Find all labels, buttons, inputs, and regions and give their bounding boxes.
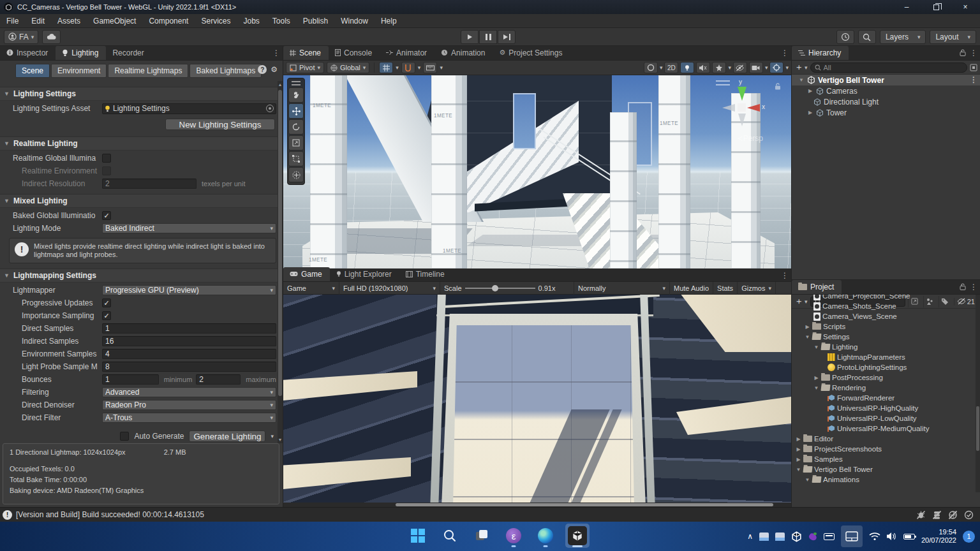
- collab-disabled-icon[interactable]: [948, 510, 958, 520]
- create-button[interactable]: ＋▾: [794, 62, 808, 73]
- component-tools-button[interactable]: [769, 62, 783, 73]
- new-lighting-settings-button[interactable]: New Lighting Settings: [165, 119, 275, 130]
- tab-hierarchy[interactable]: Hierarchy: [792, 46, 849, 60]
- tab-inspector[interactable]: Inspector: [0, 46, 56, 60]
- notification-badge[interactable]: 1: [963, 531, 975, 543]
- menu-window[interactable]: Window: [334, 14, 375, 27]
- foldout-arrow-icon[interactable]: ▼: [798, 77, 805, 83]
- menu-help[interactable]: Help: [375, 14, 403, 27]
- tray-app-icon[interactable]: [775, 533, 785, 541]
- project-scrollbar[interactable]: [976, 295, 980, 492]
- overlay-drag-handle[interactable]: [716, 80, 730, 85]
- view-lock-icon[interactable]: [775, 83, 781, 90]
- picker-icon[interactable]: [970, 64, 977, 71]
- project-item[interactable]: ForwardRenderer: [792, 393, 976, 403]
- chevron-down-icon[interactable]: ▾: [785, 64, 789, 71]
- tab-animator[interactable]: Animator: [380, 46, 434, 60]
- chevron-down-icon[interactable]: ▾: [765, 64, 768, 71]
- subtab-environment[interactable]: Environment: [51, 64, 107, 78]
- filtering-dropdown[interactable]: Advanced▾: [102, 387, 276, 397]
- play-mode-dropdown[interactable]: Normally▾: [574, 282, 670, 295]
- pause-button[interactable]: [479, 30, 497, 44]
- battery-icon[interactable]: [903, 534, 915, 540]
- project-item[interactable]: ▶ProjectScreenshoots: [792, 444, 976, 454]
- direct-denoiser-dropdown[interactable]: Radeon Pro▾: [102, 400, 276, 410]
- transform-tool-button[interactable]: [288, 167, 304, 182]
- project-item[interactable]: ▼Vertigo Bell Tower: [792, 464, 976, 474]
- tray-chevron-icon[interactable]: ∧: [747, 532, 753, 541]
- baked-gi-checkbox[interactable]: ✓: [102, 211, 111, 220]
- tab-timeline[interactable]: Timeline: [399, 267, 452, 281]
- hierarchy-item-directional-light[interactable]: Directional Light: [792, 96, 980, 107]
- tab-scene[interactable]: Scene: [283, 46, 329, 60]
- start-button[interactable]: [406, 524, 430, 548]
- chevron-down-icon[interactable]: ▾: [396, 64, 399, 71]
- subtab-scene[interactable]: Scene: [15, 64, 50, 78]
- emacs-app-button[interactable]: ε: [501, 524, 526, 548]
- direct-samples-input[interactable]: 1: [102, 323, 276, 334]
- grid-snapping-button[interactable]: [379, 62, 393, 73]
- object-picker-icon[interactable]: [266, 105, 274, 112]
- tab-game[interactable]: Game: [283, 267, 330, 281]
- play-button[interactable]: [461, 30, 479, 44]
- menu-publish[interactable]: Publish: [297, 14, 334, 27]
- scene-effects-toggle[interactable]: [712, 62, 726, 73]
- unity-tray-icon[interactable]: [791, 531, 802, 542]
- hierarchy-item-scene-root[interactable]: ▼ Vertigo Bell Tower ⋮: [792, 75, 980, 85]
- tab-animation[interactable]: Animation: [434, 46, 493, 60]
- debugger-disabled-icon[interactable]: [916, 510, 926, 520]
- realtime-env-checkbox[interactable]: [102, 166, 111, 175]
- panel-menu-icon[interactable]: ⋮: [970, 48, 977, 57]
- chevron-down-icon[interactable]: ▾: [660, 64, 663, 71]
- tab-project[interactable]: Project: [792, 280, 842, 294]
- project-item[interactable]: ProtoLightingSettings: [792, 362, 976, 372]
- indirect-resolution-input[interactable]: 2: [102, 179, 197, 189]
- pivot-dropdown[interactable]: Pivot▾: [286, 62, 324, 73]
- scale-slider[interactable]: [465, 288, 535, 289]
- project-item[interactable]: LightmapParameters: [792, 352, 976, 362]
- task-view-button[interactable]: [470, 524, 494, 548]
- gizmo-y-axis[interactable]: [738, 87, 746, 101]
- rotate-tool-button[interactable]: [288, 119, 304, 135]
- bounces-max-input[interactable]: 2: [196, 374, 241, 385]
- project-item[interactable]: UniversalRP-HighQuality: [792, 403, 976, 413]
- section-lighting-settings[interactable]: ▼Lighting Settings: [0, 87, 283, 101]
- camera-view-button[interactable]: [749, 62, 763, 73]
- scrollbar-thumb[interactable]: [278, 90, 282, 396]
- minimize-button[interactable]: –: [892, 0, 921, 14]
- status-message[interactable]: [Version and Build] Build succeeded! 00:…: [16, 510, 204, 519]
- project-item[interactable]: ▼Rendering: [792, 383, 976, 393]
- resolution-dropdown[interactable]: Full HD (1920x1080)▾: [339, 282, 440, 295]
- stats-button[interactable]: Stats: [713, 282, 738, 295]
- gizmo-axis[interactable]: [738, 114, 746, 126]
- light-probe-sample-input[interactable]: 8: [102, 362, 276, 372]
- tab-lighting[interactable]: Lighting: [56, 46, 106, 60]
- left-panel-scrollbar[interactable]: ▲ ▼: [278, 81, 283, 443]
- menu-edit[interactable]: Edit: [25, 14, 51, 27]
- indirect-samples-input[interactable]: 16: [102, 336, 276, 346]
- scene-audio-toggle[interactable]: [696, 62, 710, 73]
- menu-file[interactable]: File: [0, 14, 25, 27]
- scrollbar-thumb[interactable]: [976, 406, 979, 451]
- scale-tool-button[interactable]: [288, 135, 304, 151]
- mute-audio-button[interactable]: Mute Audio: [670, 282, 713, 295]
- account-dropdown[interactable]: FA ▾: [4, 30, 38, 44]
- search-button[interactable]: [858, 30, 876, 44]
- project-item[interactable]: Camera_Shots_Scene: [792, 301, 976, 311]
- lock-icon[interactable]: [960, 283, 966, 290]
- tab-console[interactable]: Console: [329, 46, 380, 60]
- scene-visibility-toggle[interactable]: [733, 62, 747, 73]
- speaker-icon[interactable]: [887, 532, 897, 541]
- restore-button[interactable]: [921, 0, 951, 14]
- importance-sampling-checkbox[interactable]: ✓: [102, 311, 111, 320]
- tool-settings-button[interactable]: [423, 62, 437, 73]
- generate-dropdown-icon[interactable]: ▾: [271, 433, 274, 439]
- panel-menu-icon[interactable]: ⋮: [781, 271, 789, 280]
- scene-viewport[interactable]: 1METE 1METE 1METE 1METE 1METE y x ≺Persp: [283, 75, 791, 268]
- project-item[interactable]: Camera_Projection_Scene: [792, 295, 976, 301]
- game-viewport[interactable]: [283, 295, 791, 507]
- project-item[interactable]: ▼Animations: [792, 474, 976, 485]
- wifi-icon[interactable]: [869, 532, 880, 541]
- project-item[interactable]: Camera_Views_Scene: [792, 311, 976, 321]
- tab-recorder[interactable]: Recorder: [106, 46, 151, 60]
